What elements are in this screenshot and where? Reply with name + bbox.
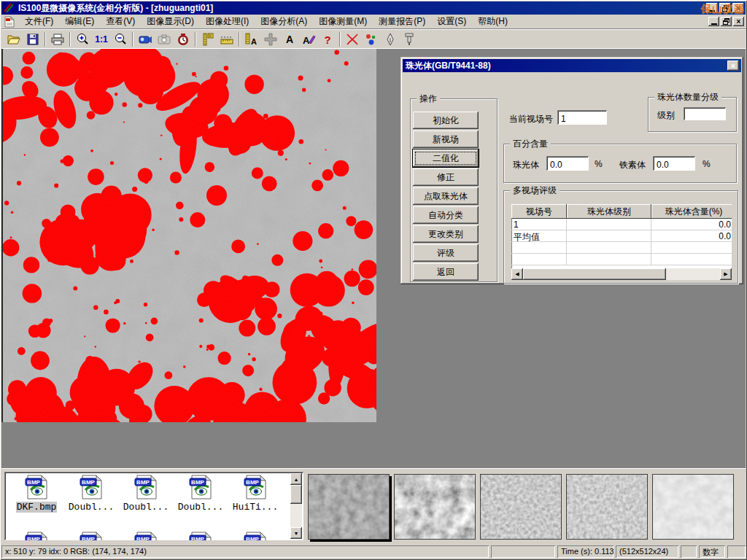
change-class-button[interactable]: 更改类别 [413,225,479,243]
curve-cut-button[interactable] [343,31,362,48]
minimize-icon [711,23,717,25]
toolbar-separator [195,32,196,47]
file-vertical-scrollbar[interactable]: ▲ ▼ [290,473,302,539]
toolbar-separator [132,32,133,47]
col-pearlite-pct[interactable]: 珠光体含量(%) [651,204,732,219]
status-mode: 数字 [699,545,725,558]
file-item[interactable] [65,532,117,540]
file-browser: DKF.bmp Doubl... Doubl... Doubl... HuiTi… [4,472,303,540]
bmp-file-icon [243,532,268,540]
help-button[interactable]: ? [318,31,337,48]
initialize-button[interactable]: 初始化 [413,112,479,129]
ruler-button[interactable] [217,31,236,48]
probe-button[interactable] [400,31,419,48]
mdi-close-button[interactable]: × [733,17,744,26]
return-button[interactable]: 返回 [413,263,479,281]
text-button[interactable]: A [280,31,299,48]
current-field-input[interactable] [557,110,607,125]
video-camera-button[interactable] [136,31,155,48]
menu-image-process[interactable]: 图像处理(I) [200,14,255,29]
menu-image-display[interactable]: 图像显示(D) [141,14,200,29]
video-camera-icon [138,32,152,47]
thumbnail-1[interactable] [308,474,390,540]
bmp-file-icon [188,532,213,540]
caliper-button[interactable] [198,31,217,48]
status-position: x: 510 y: 79 idx: 0 RGB: (174, 174, 174) [1,545,489,558]
auto-classify-button[interactable]: 自动分类 [413,206,479,224]
measure-text-button[interactable]: A [242,31,261,48]
col-pearlite-grade[interactable]: 珠光体级别 [567,204,651,219]
file-item[interactable]: Doubl... [174,475,227,513]
zoom-in-button[interactable] [73,31,92,48]
timer-button[interactable] [174,31,193,48]
pen-button[interactable] [381,31,400,48]
menu-image-analysis[interactable]: 图像分析(A) [255,14,313,29]
thumbnail-2[interactable] [394,474,476,540]
menu-image-measure[interactable]: 图像测量(M) [313,14,373,29]
file-item[interactable] [174,532,227,540]
metallographic-image[interactable] [1,49,376,422]
particles-button[interactable] [362,31,381,48]
clock-icon [176,32,190,47]
scrollbar-thumb[interactable] [290,485,302,504]
app-icon [4,2,15,14]
thumbnail-3[interactable] [480,474,562,540]
scrollbar-thumb[interactable] [523,268,666,280]
scroll-right-button[interactable]: ▶ [720,268,732,280]
capture-button[interactable] [155,31,174,48]
ferrite-percent-input[interactable] [653,156,695,171]
pick-pearlite-button[interactable]: 点取珠光体 [413,187,479,205]
annotate-button[interactable]: A [299,31,318,48]
file-item[interactable]: Doubl... [65,475,117,513]
pearlite-percent-input[interactable] [546,156,589,171]
cell-pearlite-pct: 0.0 [651,219,732,230]
close-button[interactable]: × [732,3,744,13]
table-row[interactable]: 平均值 0.0 [511,230,732,242]
zoom-out-button[interactable] [111,31,130,48]
col-field-number[interactable]: 视场号 [511,204,567,219]
file-item[interactable]: HuiTi... [229,475,282,513]
grade-button[interactable]: 评级 [413,244,479,262]
table-horizontal-scrollbar[interactable]: ◀ ▶ [511,268,732,280]
binarize-button[interactable]: 二值化 [413,149,479,167]
scroll-down-button[interactable]: ▼ [290,527,302,539]
level-input[interactable] [684,107,726,120]
file-item[interactable] [229,532,282,540]
print-button[interactable] [48,31,67,48]
menu-edit[interactable]: 编辑(E) [59,14,100,29]
status-empty-3 [727,545,746,558]
caliper-icon [201,32,215,47]
correct-button[interactable]: 修正 [413,168,479,186]
file-item[interactable]: Doubl... [120,475,172,513]
file-item[interactable] [10,532,63,540]
percent-group: 百分含量 珠光体 % 铁素体 % [503,144,737,183]
new-field-button[interactable]: 新视场 [413,131,479,148]
mdi-restore-button[interactable] [721,17,732,26]
menu-help[interactable]: 帮助(H) [472,14,514,29]
file-item[interactable]: DKF.bmp [10,475,63,513]
minimize-button[interactable] [706,3,718,13]
dialog-title-bar[interactable]: 珠光体(GB/T9441-88) × [403,59,741,72]
mdi-minimize-button[interactable] [708,17,719,26]
scroll-left-button[interactable]: ◀ [511,268,523,280]
table-row[interactable]: 1 0.0 [511,219,732,230]
restore-button[interactable] [719,3,731,13]
dialog-close-button[interactable]: × [727,61,739,71]
caliper-text-icon: A [244,32,259,47]
save-button[interactable] [23,31,42,48]
status-bar: x: 510 y: 79 idx: 0 RGB: (174, 174, 174)… [1,544,746,559]
bmp-file-icon [24,475,49,499]
file-item[interactable] [120,532,172,540]
thumbnail-4[interactable] [566,474,648,540]
open-button[interactable] [4,31,23,48]
scroll-up-button[interactable]: ▲ [290,473,302,485]
thumbnail-5[interactable] [652,474,734,540]
menu-file[interactable]: 文件(F) [19,14,59,29]
app-window: IS100显微摄像系统(金相分析版) - [zhuguangti01] × 保山… [0,0,747,560]
menu-view[interactable]: 查看(V) [100,14,141,29]
menu-settings[interactable]: 设置(S) [431,14,472,29]
actual-size-button[interactable]: 1:1 [92,31,111,48]
move-button[interactable] [261,31,280,48]
menu-measure-report[interactable]: 测量报告(P) [373,14,431,29]
dotted-ruler-icon [220,32,234,47]
